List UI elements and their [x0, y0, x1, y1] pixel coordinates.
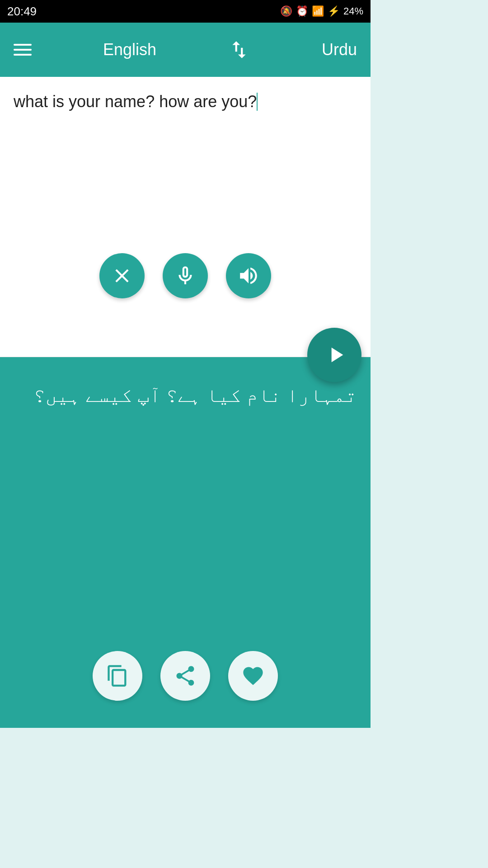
battery-level: 24%	[343, 5, 363, 17]
source-text-display[interactable]: what is your name? how are you?	[14, 90, 357, 226]
app-header: English Urdu	[0, 23, 371, 77]
copy-button[interactable]	[93, 651, 142, 701]
battery-icon: ⚡	[328, 5, 340, 17]
input-text-content: what is your name? how are you?	[14, 92, 257, 111]
status-icons: 🔕 ⏰ 📶 ⚡ 24%	[280, 5, 363, 17]
input-section: what is your name? how are you?	[0, 77, 371, 357]
input-action-buttons	[14, 253, 357, 307]
input-wrapper: what is your name? how are you?	[0, 77, 371, 357]
status-bar: 20:49 🔕 ⏰ 📶 ⚡ 24%	[0, 0, 371, 23]
swap-languages-button[interactable]	[228, 38, 250, 61]
target-language-button[interactable]: Urdu	[322, 40, 357, 59]
translation-text: تمہارا نام کیا ہے؟ آپ کیسے ہیں؟	[14, 380, 357, 411]
menu-button[interactable]	[14, 44, 32, 56]
share-button[interactable]	[160, 651, 210, 701]
translation-section: تمہارا نام کیا ہے؟ آپ کیسے ہیں؟	[0, 357, 371, 728]
text-cursor	[257, 93, 258, 111]
status-time: 20:49	[7, 5, 37, 19]
source-language-button[interactable]: English	[103, 40, 156, 59]
clear-button[interactable]	[99, 253, 145, 298]
signal-icon: 📶	[312, 5, 324, 17]
alarm-icon: ⏰	[296, 5, 308, 17]
notification-icon: 🔕	[280, 5, 292, 17]
translation-action-buttons	[0, 651, 371, 701]
favorite-button[interactable]	[228, 651, 278, 701]
translate-button[interactable]	[307, 328, 361, 382]
text-to-speech-button[interactable]	[226, 253, 271, 298]
microphone-button[interactable]	[163, 253, 208, 298]
